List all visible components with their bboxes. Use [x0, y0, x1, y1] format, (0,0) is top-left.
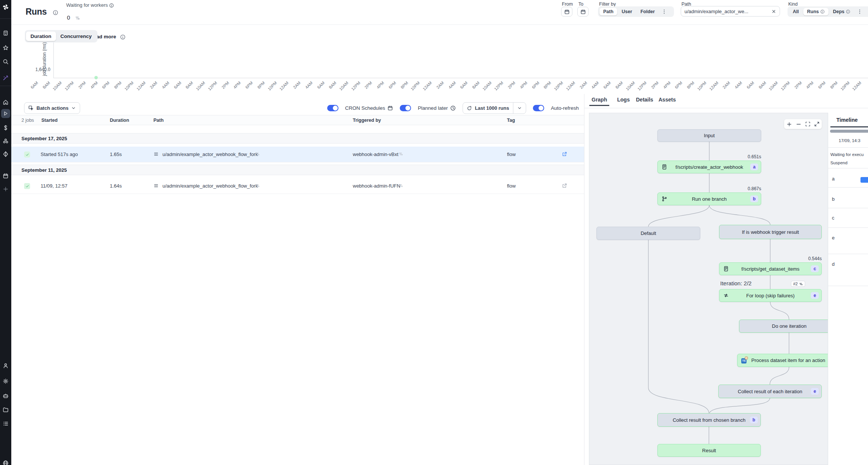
windmill-logo[interactable] — [0, 0, 11, 19]
sidebar-item-calendar[interactable] — [0, 171, 11, 181]
timeline-bar-step-a[interactable] — [860, 177, 868, 183]
timeline-row-d[interactable]: d — [832, 261, 835, 267]
cron-schedules-toggle[interactable] — [327, 105, 338, 111]
home-icon — [3, 99, 9, 105]
timeline-divider — [828, 227, 868, 228]
segment-option-deps[interactable]: Deps — [829, 8, 854, 15]
external-link-icon[interactable] — [562, 183, 567, 188]
info-icon[interactable] — [109, 3, 114, 8]
path-filter-input[interactable]: u/admin/example_actor_we... — [681, 6, 780, 17]
timeline-row-c[interactable]: c — [832, 215, 835, 221]
flow-node-collect-each[interactable]: Collect result of each iteratione — [718, 385, 822, 398]
sidebar-item-list[interactable] — [0, 419, 11, 429]
segment-option-path[interactable]: Path — [599, 8, 617, 15]
sidebar-item-cluster[interactable] — [0, 136, 11, 146]
detail-tab-details[interactable]: Details — [636, 97, 653, 103]
flow-node-process[interactable]: TSProcess dataset item for an action — [737, 354, 828, 367]
sidebar-item-gem[interactable] — [0, 149, 11, 159]
run-tag: flow — [507, 183, 516, 189]
load-more-link[interactable]: oad more — [93, 34, 126, 40]
col-started[interactable]: Started — [41, 118, 58, 123]
info-icon — [846, 9, 850, 14]
script-icon — [662, 164, 667, 170]
node-label: Result — [658, 448, 760, 453]
auto-refresh-toggle[interactable] — [533, 105, 544, 111]
date-group-row: September 11, 2025 — [11, 165, 584, 175]
flow-node-if[interactable]: If is webhook trigger result — [719, 225, 822, 239]
flow-node-input[interactable]: Input — [657, 129, 761, 142]
flow-node-a[interactable]: f/scripts/create_actor_webhooka — [657, 161, 761, 173]
flow-node-default[interactable]: Default — [596, 227, 700, 240]
chevron-down-icon[interactable] — [513, 106, 526, 111]
sidebar-item-globe[interactable] — [0, 458, 11, 465]
node-duration: 0.544s — [788, 256, 822, 261]
from-date-button[interactable] — [561, 7, 572, 17]
run-success-icon — [24, 183, 30, 189]
flow-graph-canvas[interactable]: Input0.651sf/scripts/create_actor_webhoo… — [589, 113, 828, 465]
timeline-row-a[interactable]: a — [832, 176, 835, 182]
segment-option-runs[interactable]: Runs — [803, 8, 829, 15]
segment-option-all[interactable]: All — [789, 8, 803, 15]
run-row[interactable]: 11/09, 12:571.64su/admin/example_actor_w… — [11, 178, 584, 194]
detail-tab-assets[interactable]: Assets — [659, 97, 676, 103]
filter-plus-icon[interactable] — [75, 15, 80, 21]
filter-plus-icon[interactable] — [255, 183, 260, 188]
run-row[interactable]: Started 517s ago1.65su/admin/example_act… — [11, 147, 584, 162]
filter-plus-icon[interactable] — [398, 151, 403, 156]
expand-icon[interactable] — [814, 121, 819, 127]
to-date-button[interactable] — [577, 7, 589, 17]
sidebar-item-play[interactable] — [1, 109, 10, 118]
building-icon — [3, 30, 9, 36]
sidebar-item-magic-wand[interactable] — [0, 73, 11, 83]
flow-node-collect-branch[interactable]: Collect result from chosen branchb — [657, 413, 761, 427]
sidebar-item-plus[interactable] — [0, 184, 11, 194]
sidebar-item-search[interactable] — [0, 57, 11, 67]
timeline-row-b[interactable]: b — [832, 196, 835, 202]
planned-later-toggle[interactable] — [400, 105, 411, 111]
flow-node-result[interactable]: Result — [657, 444, 761, 457]
col-duration[interactable]: Duration — [110, 118, 129, 123]
sidebar-item-dollar[interactable] — [0, 123, 11, 133]
flow-node-c[interactable]: f/scripts/get_dataset_itemsc — [719, 262, 822, 275]
chart-data-point[interactable] — [94, 76, 98, 79]
col-tag[interactable]: Tag — [507, 118, 515, 123]
detail-tab-graph[interactable]: Graph — [592, 97, 607, 103]
timeline-row-e[interactable]: e — [832, 235, 835, 241]
last-1000-runs-button[interactable]: Last 1000 runs — [463, 102, 526, 114]
zoom-in-icon[interactable] — [786, 121, 792, 127]
sidebar-item-folder[interactable] — [0, 405, 11, 415]
sidebar-item-person[interactable] — [0, 361, 11, 371]
info-icon[interactable] — [53, 10, 58, 15]
segment-option-user[interactable]: User — [618, 8, 636, 15]
clear-icon[interactable] — [771, 9, 776, 14]
kebab-menu-icon[interactable] — [659, 9, 669, 14]
segment-option-folder[interactable]: Folder — [637, 8, 659, 15]
sidebar-item-robot[interactable] — [0, 391, 11, 401]
sidebar-item-gear[interactable] — [0, 376, 11, 386]
date-group-label: September 17, 2025 — [21, 136, 67, 141]
chart-tab-duration[interactable]: Duration — [26, 32, 56, 41]
filter-plus-icon[interactable] — [398, 183, 403, 188]
external-link-icon[interactable] — [562, 151, 567, 157]
run-path[interactable]: u/admin/example_actor_webhook_flow_fork — [162, 183, 258, 189]
timeline-tab[interactable]: Timeline — [836, 117, 858, 123]
run-started: Started 517s ago — [41, 151, 78, 157]
detail-tab-logs[interactable]: Logs — [617, 97, 630, 103]
filter-plus-icon[interactable] — [255, 151, 260, 156]
flow-node-b[interactable]: Run one branchb — [657, 192, 761, 205]
col-triggered-by[interactable]: Triggered by — [353, 118, 381, 123]
timeline-date: 17/09, 14:3 — [839, 138, 860, 143]
zoom-out-icon[interactable] — [796, 121, 801, 127]
sidebar-item-star[interactable] — [0, 43, 11, 53]
fit-view-icon[interactable] — [805, 121, 810, 127]
flow-node-e[interactable]: For loop (skip failures)e — [719, 289, 822, 302]
sidebar-item-building[interactable] — [0, 28, 11, 38]
iteration-picker[interactable]: #2 — [791, 281, 805, 287]
flow-node-do-one[interactable]: Do one iteration — [739, 320, 828, 333]
batch-actions-button[interactable]: Batch actions — [24, 102, 80, 114]
run-path[interactable]: u/admin/example_actor_webhook_flow_fork — [162, 151, 258, 157]
kebab-menu-icon[interactable] — [855, 9, 865, 14]
chart-tab-concurrency[interactable]: Concurrency — [56, 32, 96, 41]
col-path[interactable]: Path — [153, 118, 164, 123]
sidebar-item-home[interactable] — [0, 97, 11, 107]
